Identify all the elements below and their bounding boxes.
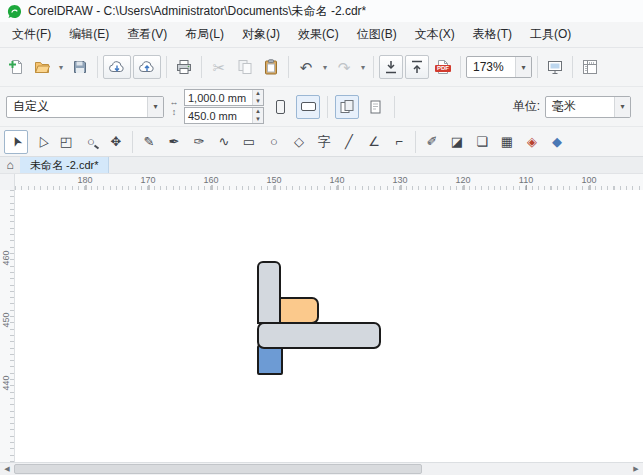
copy-button[interactable] <box>233 55 257 79</box>
export-button[interactable] <box>405 55 429 79</box>
menu-effects[interactable]: 效果(C) <box>289 22 348 47</box>
spinner-up-icon[interactable]: ▲ <box>253 108 263 116</box>
document-tab[interactable]: 未命名 -2.cdr* <box>20 157 109 173</box>
menu-tools[interactable]: 工具(O) <box>521 22 580 47</box>
scroll-left-button[interactable]: ◀ <box>0 463 14 475</box>
menu-text[interactable]: 文本(X) <box>406 22 464 47</box>
redo-button[interactable]: ↷ <box>332 55 356 79</box>
show-rulers-button[interactable] <box>578 55 602 79</box>
horizontal-ruler[interactable]: 180170160150140130120110100 <box>15 174 643 190</box>
eyedropper-tool[interactable]: ✐ <box>420 130 444 154</box>
spinner-down-icon[interactable]: ▼ <box>253 98 263 106</box>
zoom-level-combobox[interactable]: 173% ▾ <box>466 56 532 78</box>
toolbox-separator <box>415 131 416 153</box>
menu-table[interactable]: 表格(T) <box>464 22 521 47</box>
menu-layout[interactable]: 布局(L) <box>176 22 233 47</box>
drawing-canvas[interactable] <box>15 190 643 462</box>
tool-icon: 字 <box>318 135 331 148</box>
units-value: 毫米 <box>546 98 614 115</box>
drop-shadow-tool[interactable]: ❏ <box>470 130 494 154</box>
scrollbar-thumb[interactable] <box>14 464 422 474</box>
cut-button[interactable]: ✂ <box>207 55 231 79</box>
page-height-field[interactable]: 450.0 mm ▲▼ <box>184 107 264 124</box>
bspline-tool[interactable]: ∿ <box>212 130 236 154</box>
print-button[interactable] <box>172 55 196 79</box>
tool-icon: ✐ <box>427 135 438 148</box>
preset-dropdown-caret[interactable]: ▾ <box>147 97 163 117</box>
page-width-spinner[interactable]: ▲▼ <box>252 90 263 105</box>
outline-pen-tool[interactable]: ◪ <box>445 130 469 154</box>
pick-tool[interactable]: ➤ <box>4 130 28 154</box>
shape-vertical-bar[interactable] <box>257 261 281 324</box>
rectangle-tool[interactable]: ▭ <box>237 130 261 154</box>
propbar-separator <box>327 96 328 118</box>
menu-view[interactable]: 查看(V) <box>118 22 176 47</box>
tool-icon: ❏ <box>476 135 488 148</box>
ruler-origin-corner[interactable] <box>0 174 15 190</box>
v-ruler-label: 450 <box>1 308 11 332</box>
menu-bitmaps[interactable]: 位图(B) <box>348 22 406 47</box>
page-size-preset-combobox[interactable]: 自定义 ▾ <box>6 96 164 118</box>
h-ruler-label: 120 <box>455 175 470 185</box>
line-tool[interactable]: ╱ <box>337 130 361 154</box>
menu-file[interactable]: 文件(F) <box>3 22 60 47</box>
h-ruler-label: 130 <box>392 175 407 185</box>
fill-tool[interactable]: ◈ <box>520 130 544 154</box>
open-from-cloud-button[interactable] <box>103 55 131 79</box>
fullscreen-preview-button[interactable] <box>543 55 567 79</box>
import-button[interactable] <box>379 55 403 79</box>
undo-dropdown-caret[interactable]: ▾ <box>320 63 330 72</box>
landscape-orientation-button[interactable] <box>296 95 320 119</box>
scroll-right-button[interactable]: ▶ <box>629 463 643 475</box>
freehand-tool[interactable]: ✎ <box>137 130 161 154</box>
page-height-spinner[interactable]: ▲▼ <box>252 108 263 123</box>
ellipse-tool[interactable]: ○ <box>262 130 286 154</box>
zoom-dropdown-caret[interactable]: ▾ <box>515 57 531 77</box>
horizontal-scrollbar[interactable]: ◀ ▶ <box>0 462 643 475</box>
tool-icon: ✒ <box>169 135 180 148</box>
save-button[interactable] <box>68 55 92 79</box>
menu-bar: 文件(F)编辑(E)查看(V)布局(L)对象(J)效果(C)位图(B)文本(X)… <box>0 22 643 48</box>
publish-pdf-button[interactable]: PDF <box>431 55 455 79</box>
transparency-tool[interactable]: ▦ <box>495 130 519 154</box>
all-pages-button[interactable] <box>335 95 359 119</box>
spinner-down-icon[interactable]: ▼ <box>253 116 263 124</box>
shape-horizontal-bar[interactable] <box>257 322 381 349</box>
units-combobox[interactable]: 毫米 ▾ <box>545 96 631 118</box>
artistic-media-tool[interactable]: ✒ <box>162 130 186 154</box>
document-tab-bar: ⌂ 未命名 -2.cdr* <box>0 156 643 173</box>
interactive-fill-tool[interactable]: ◆ <box>545 130 569 154</box>
polygon-tool[interactable]: ◇ <box>287 130 311 154</box>
shape-tool[interactable]: ▷ <box>29 130 53 154</box>
spinner-up-icon[interactable]: ▲ <box>253 90 263 98</box>
welcome-home-button[interactable]: ⌂ <box>0 157 20 173</box>
redo-dropdown-caret[interactable]: ▾ <box>358 63 368 72</box>
scrollbar-track <box>422 463 629 475</box>
shape-blue-block[interactable] <box>257 345 283 375</box>
open-dropdown-caret[interactable]: ▾ <box>56 63 66 72</box>
tool-icon: ✥ <box>111 135 122 148</box>
tool-icon: ▦ <box>501 135 513 148</box>
page-width-field[interactable]: 1,000.0 mm ▲▼ <box>184 89 264 106</box>
pen-tool[interactable]: ✑ <box>187 130 211 154</box>
undo-button[interactable]: ↶ <box>294 55 318 79</box>
scissors-icon: ✂ <box>213 60 226 75</box>
shape-orange-block[interactable] <box>277 297 319 324</box>
menu-edit[interactable]: 编辑(E) <box>60 22 118 47</box>
crop-tool[interactable]: ◰ <box>54 130 78 154</box>
portrait-orientation-button[interactable] <box>268 95 292 119</box>
pan-tool[interactable]: ✥ <box>104 130 128 154</box>
open-document-button[interactable] <box>30 55 54 79</box>
save-to-cloud-button[interactable] <box>133 55 161 79</box>
current-page-button[interactable] <box>363 95 387 119</box>
units-dropdown-caret[interactable]: ▾ <box>614 97 630 117</box>
connector-tool[interactable]: ⌐ <box>387 130 411 154</box>
menu-object[interactable]: 对象(J) <box>233 22 289 47</box>
vertical-ruler[interactable]: 460450440 <box>0 190 15 462</box>
paste-button[interactable] <box>259 55 283 79</box>
text-tool[interactable]: 字 <box>312 130 336 154</box>
standard-toolbar: ▾ ✂ ↶ ▾ ↷ ▾ <box>0 48 643 86</box>
new-document-button[interactable] <box>4 55 28 79</box>
dimension-tool[interactable]: ∠ <box>362 130 386 154</box>
zoom-tool[interactable]: ○ <box>79 130 103 154</box>
